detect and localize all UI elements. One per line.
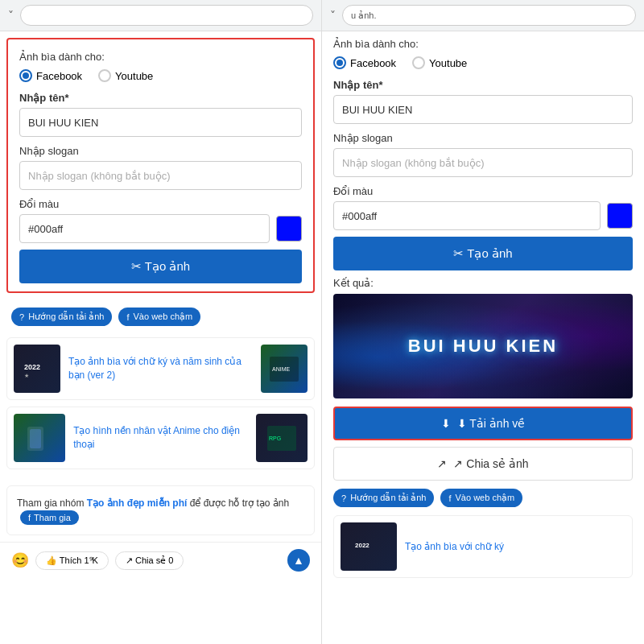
facebook-radio[interactable]: [19, 69, 32, 82]
right-card-item[interactable]: 2022 Tạo ảnh bìa với chữ ký: [333, 515, 633, 578]
right-url-bar[interactable]: u ảnh.: [342, 5, 636, 26]
right-share-label: ↗ Chia sẻ ảnh: [453, 457, 528, 470]
right-share-button[interactable]: ↗ ↗ Chia sẻ ảnh: [333, 447, 633, 481]
svg-text:2022: 2022: [24, 363, 40, 371]
left-youtube-option[interactable]: Youtube: [98, 69, 153, 82]
fb-logo-icon: f: [28, 513, 31, 522]
right-radio-group: Facebook Youtube: [333, 56, 633, 69]
right-youtube-radio[interactable]: [412, 56, 425, 69]
left-color-label: Đổi màu: [19, 198, 302, 210]
community-text1: Tham gia nhóm: [17, 497, 87, 509]
right-slogan-label: Nhập slogan: [333, 132, 633, 144]
join-button[interactable]: f Tham gia: [20, 510, 79, 525]
right-facebook-option[interactable]: Facebook: [333, 56, 396, 69]
download-label: ⬇ Tải ảnh về: [457, 417, 526, 430]
result-image: BUI HUU KIEN: [333, 294, 633, 398]
right-slow-button[interactable]: f Vào web chậm: [440, 489, 522, 507]
svg-text:RPG: RPG: [269, 436, 281, 441]
right-facebook-radio[interactable]: [333, 56, 346, 69]
right-top-text: u ảnh.: [351, 10, 376, 21]
join-label: Tham gia: [34, 513, 71, 522]
result-label: Kết quả:: [333, 277, 633, 289]
left-facebook-option[interactable]: Facebook: [19, 69, 82, 82]
left-youtube-label: Youtube: [115, 70, 153, 82]
right-youtube-option[interactable]: Youtube: [412, 56, 467, 69]
right-browser-bar: ˅ u ảnh.: [322, 0, 644, 31]
left-panel: ˅ Ảnh bìa dành cho: Facebook Youtube Nhậ…: [0, 0, 322, 644]
right-slow-label: Vào web chậm: [456, 493, 515, 503]
scroll-top-button[interactable]: ▲: [287, 549, 310, 572]
right-name-label: Nhập tên*: [333, 79, 633, 91]
left-name-input[interactable]: [19, 108, 302, 137]
community-text2: để được hỗ trợ tạo ảnh: [190, 497, 289, 509]
share-button[interactable]: ↗ Chia sẻ 0: [115, 551, 184, 570]
left-slow-label: Vào web chậm: [134, 312, 193, 322]
left-slogan-label: Nhập slogan: [19, 145, 302, 157]
right-youtube-label: Youtube: [429, 57, 467, 69]
left-card-list: 2022 ★ Tạo ảnh bìa với chữ ký và năm sin…: [0, 334, 321, 479]
right-card-thumb: 2022: [341, 522, 397, 571]
guide-icon: ?: [19, 312, 24, 322]
right-chevron-icon[interactable]: ˅: [330, 9, 336, 22]
left-guide-button[interactable]: ? Hướng dẫn tải ảnh: [11, 308, 112, 326]
svg-text:★: ★: [24, 373, 29, 378]
share-arrow-icon: ↗: [437, 457, 447, 470]
emoji-icon[interactable]: 😊: [11, 551, 29, 569]
right-color-row: [333, 201, 633, 230]
svg-text:ANIME: ANIME: [272, 366, 291, 372]
card-text-2: Tạo hình nền nhân vật Anime cho điện tho…: [73, 424, 248, 452]
card-thumb-right-1: ANIME: [261, 345, 308, 393]
share-label: ↗ Chia sẻ 0: [126, 555, 173, 566]
right-slogan-input[interactable]: [333, 148, 633, 177]
svg-rect-5: [30, 429, 41, 448]
browser-bar: ˅: [0, 0, 321, 31]
right-section-title: Ảnh bìa dành cho:: [333, 38, 633, 50]
bottom-bar: 😊 👍 Thích 1⁹K ↗ Chia sẻ 0 ▲: [0, 542, 321, 578]
card-thumb-right-2: RPG: [256, 414, 308, 462]
left-name-label: Nhập tên*: [19, 92, 302, 104]
right-form-wrapper: Ảnh bìa dành cho: Facebook Youtube Nhập …: [333, 38, 633, 270]
left-color-row: [19, 214, 302, 243]
fb-icon-left: f: [126, 312, 129, 322]
card-thumb-2: [14, 414, 65, 462]
right-card-text: Tạo ảnh bìa với chữ ký: [405, 540, 504, 554]
youtube-radio[interactable]: [98, 69, 111, 82]
left-form-section: Ảnh bìa dành cho: Facebook Youtube Nhập …: [6, 38, 315, 293]
community-bold-link[interactable]: Tạo ảnh đẹp miễn phí: [87, 497, 188, 509]
right-panel: ˅ u ảnh. Ảnh bìa dành cho: Facebook Yout…: [322, 0, 644, 644]
right-color-input[interactable]: [333, 201, 601, 230]
url-bar[interactable]: [20, 5, 313, 26]
right-create-label: ✂ Tạo ảnh: [453, 246, 512, 261]
chevron-icon[interactable]: ˅: [8, 9, 14, 22]
left-slow-web-button[interactable]: f Vào web chậm: [118, 308, 200, 326]
left-action-links: ? Hướng dẫn tải ảnh f Vào web chậm: [0, 299, 321, 334]
card-item-2[interactable]: Tạo hình nền nhân vật Anime cho điện tho…: [6, 407, 315, 469]
left-radio-group: Facebook Youtube: [19, 69, 302, 82]
right-guide-button[interactable]: ? Hướng dẫn tải ảnh: [333, 489, 434, 507]
right-guide-label: Hướng dẫn tải ảnh: [350, 493, 426, 503]
right-color-label: Đổi màu: [333, 185, 633, 197]
result-image-text: BUI HUU KIEN: [408, 336, 558, 357]
card-text-1: Tạo ảnh bìa với chữ ký và năm sinh của b…: [68, 355, 253, 382]
right-name-input[interactable]: [333, 95, 633, 124]
right-guide-icon: ?: [341, 493, 346, 503]
left-facebook-label: Facebook: [36, 70, 82, 82]
card-item-1[interactable]: 2022 ★ Tạo ảnh bìa với chữ ký và năm sin…: [6, 337, 315, 400]
download-icon: ⬇: [441, 417, 451, 430]
arrow-up-icon: ▲: [293, 554, 304, 567]
right-content: Ảnh bìa dành cho: Facebook Youtube Nhập …: [322, 38, 644, 596]
right-color-swatch[interactable]: [607, 203, 633, 229]
right-facebook-label: Facebook: [350, 57, 396, 69]
left-guide-label: Hướng dẫn tải ảnh: [28, 312, 104, 322]
download-button[interactable]: ⬇ ⬇ Tải ảnh về: [333, 407, 633, 440]
left-slogan-input[interactable]: [19, 161, 302, 190]
left-color-input[interactable]: [19, 214, 270, 243]
right-create-button[interactable]: ✂ Tạo ảnh: [333, 237, 633, 270]
card-thumb-1: 2022 ★: [14, 345, 60, 393]
left-create-label: ✂ Tạo ảnh: [131, 259, 190, 274]
like-button[interactable]: 👍 Thích 1⁹K: [35, 551, 109, 570]
left-color-swatch[interactable]: [276, 216, 302, 242]
community-box: Tham gia nhóm Tạo ảnh đẹp miễn phí để đư…: [6, 485, 315, 535]
right-action-links: ? Hướng dẫn tải ảnh f Vào web chậm: [333, 481, 633, 515]
left-create-button[interactable]: ✂ Tạo ảnh: [19, 250, 302, 283]
